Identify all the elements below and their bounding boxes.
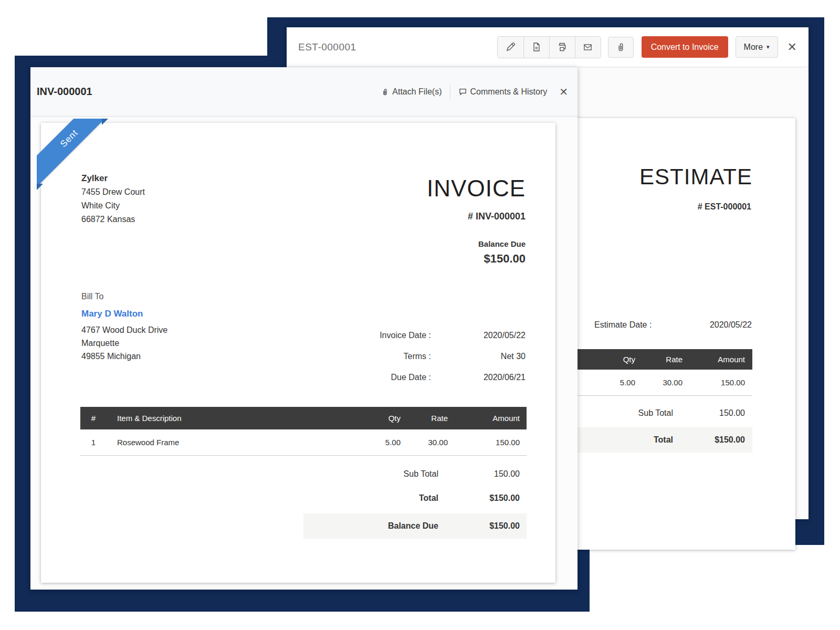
attach-files-label: Attach File(s): [392, 87, 442, 97]
ribbon-fold-icon: [37, 184, 43, 190]
invoice-header-actions: Attach File(s) Comments & History ✕: [381, 85, 568, 99]
estimate-row-amount: 150.00: [689, 378, 752, 387]
close-estimate-icon[interactable]: ✕: [788, 41, 797, 53]
comment-bubble-icon: [458, 87, 467, 96]
estimate-doc-title: ESTIMATE: [639, 164, 752, 190]
customer-address-line: Marquette: [81, 337, 167, 350]
printer-icon: [556, 41, 568, 52]
invoice-balance-row: Balance Due $150.00: [303, 513, 527, 539]
estimate-date-value: 2020/05/22: [710, 320, 752, 330]
invoice-col-qty: Qty: [350, 414, 407, 423]
export-pdf-button[interactable]: [523, 37, 549, 58]
invoice-row-amount: 150.00: [455, 438, 527, 447]
estimate-total-value: $150.00: [673, 435, 752, 445]
company-address-line: 7455 Drew Court: [81, 185, 145, 199]
invoice-row-rate: 30.00: [407, 438, 455, 447]
close-invoice-icon[interactable]: ✕: [559, 87, 568, 97]
paperclip-icon: [615, 41, 626, 52]
invoice-total-value: $150.00: [438, 494, 527, 503]
invoice-total-row: Total $150.00: [303, 494, 527, 503]
more-button[interactable]: More ▾: [736, 36, 778, 58]
invoice-date-label: Invoice Date :: [352, 331, 468, 340]
print-button[interactable]: [549, 37, 575, 58]
paperclip-icon: [381, 87, 389, 97]
estimate-toolbar-icon-group: [497, 36, 601, 58]
email-button[interactable]: [575, 37, 601, 58]
customer-address-line: 4767 Wood Duck Drive: [81, 323, 167, 337]
invoice-col-amount: Amount: [455, 414, 527, 423]
invoice-preview-area: Sent Zylker 7455 Drew Court White City 6…: [30, 117, 578, 590]
invoice-doc-number: # INV-000001: [468, 211, 526, 222]
convert-to-invoice-button[interactable]: Convert to Invoice: [642, 36, 728, 58]
invoice-date-row: Invoice Date : 2020/05/22: [352, 331, 526, 340]
estimate-doc-number: # EST-000001: [698, 202, 751, 212]
comments-history-label: Comments & History: [470, 87, 548, 97]
invoice-col-num: #: [80, 414, 107, 423]
terms-label: Terms :: [352, 352, 468, 361]
company-address-line: 66872 Kansas: [81, 213, 145, 226]
estimate-date-label: Estimate Date :: [594, 320, 652, 330]
estimate-row-rate: 30.00: [642, 378, 689, 387]
customer-address-line: 49855 Michigan: [81, 350, 167, 363]
invoice-table-header: # Item & Description Qty Rate Amount: [80, 407, 527, 429]
invoice-doc-title: INVOICE: [427, 175, 526, 202]
due-date-label: Due Date :: [352, 373, 468, 382]
more-button-label: More: [744, 43, 763, 52]
invoice-total-label: Total: [303, 494, 438, 503]
mail-icon: [582, 42, 593, 52]
invoice-subtotal-row: Sub Total 150.00: [303, 469, 527, 479]
invoice-col-item: Item & Description: [107, 414, 350, 423]
pencil-icon: [505, 41, 516, 52]
header-divider: [450, 85, 450, 99]
invoice-window-header: INV-000001 Attach File(s) Comments & His…: [30, 67, 578, 117]
invoice-balance-value: $150.00: [438, 521, 527, 531]
ribbon-fold-icon: [102, 119, 108, 125]
estimate-date-row: Estimate Date : 2020/05/22: [594, 320, 752, 330]
company-address-block: Zylker 7455 Drew Court White City 66872 …: [81, 172, 145, 226]
terms-value: Net 30: [468, 352, 526, 361]
invoice-balance-label: Balance Due: [303, 521, 438, 531]
customer-name-link[interactable]: Mary D Walton: [81, 309, 143, 319]
invoice-subtotal-value: 150.00: [438, 469, 527, 479]
invoice-subtotal-label: Sub Total: [303, 469, 438, 479]
edit-button[interactable]: [498, 37, 523, 58]
invoice-col-rate: Rate: [407, 414, 455, 423]
company-name: Zylker: [81, 172, 145, 185]
due-date-value: 2020/06/21: [468, 373, 526, 382]
estimate-col-qty: Qty: [584, 355, 642, 364]
balance-due-label: Balance Due: [478, 239, 526, 248]
estimate-subtotal-value: 150.00: [673, 408, 752, 418]
terms-row: Terms : Net 30: [352, 352, 526, 361]
estimate-window-header: EST-000001: [287, 27, 808, 67]
due-date-row: Due Date : 2020/06/21: [352, 373, 526, 382]
estimate-toolbar: Convert to Invoice More ▾ ✕: [497, 36, 797, 58]
attach-file-button[interactable]: [608, 37, 634, 58]
invoice-table-row: 1 Rosewood Frame 5.00 30.00 150.00: [80, 429, 527, 456]
balance-due-value: $150.00: [484, 252, 526, 266]
attach-files-link[interactable]: Attach File(s): [381, 87, 442, 97]
comments-history-link[interactable]: Comments & History: [458, 87, 548, 97]
invoice-item-table: # Item & Description Qty Rate Amount 1 R…: [80, 407, 527, 539]
pdf-file-icon: [531, 41, 542, 52]
estimate-col-rate: Rate: [642, 355, 689, 364]
estimate-col-amount: Amount: [689, 355, 752, 364]
invoice-paper: Sent Zylker 7455 Drew Court White City 6…: [41, 123, 555, 583]
invoice-window-title: INV-000001: [37, 86, 92, 98]
estimate-window-title: EST-000001: [298, 41, 356, 53]
bill-to-label: Bill To: [81, 292, 103, 301]
invoice-date-value: 2020/05/22: [468, 331, 526, 340]
invoice-row-item: Rosewood Frame: [107, 438, 350, 447]
estimate-row-qty: 5.00: [584, 378, 642, 387]
chevron-down-icon: ▾: [766, 44, 770, 50]
company-address-line: White City: [81, 199, 145, 213]
invoice-row-num: 1: [80, 438, 107, 447]
invoice-row-qty: 5.00: [350, 438, 407, 447]
invoice-window: INV-000001 Attach File(s) Comments & His…: [30, 67, 578, 590]
customer-address-block: 4767 Wood Duck Drive Marquette 49855 Mic…: [81, 323, 167, 363]
